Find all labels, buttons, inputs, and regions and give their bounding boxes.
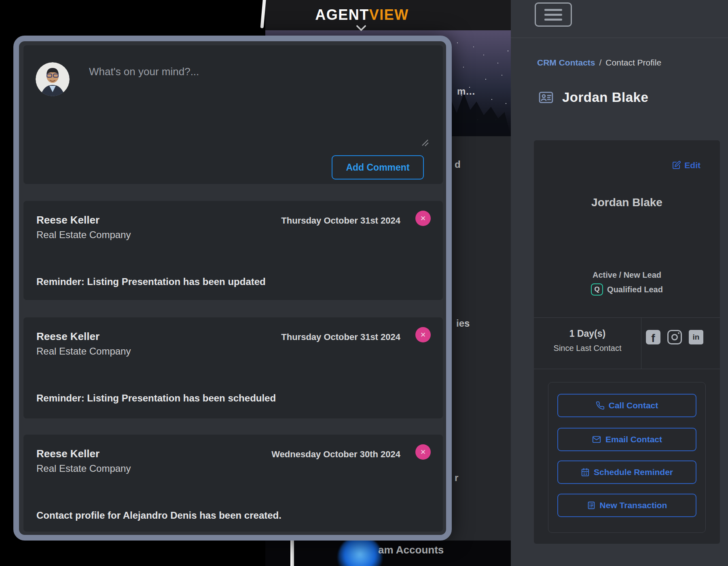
contact-card-icon <box>536 90 556 105</box>
comment-card: Reese Keller Real Estate Company Wednesd… <box>23 435 443 532</box>
app-bottom-strip: am Accounts <box>265 541 511 566</box>
envelope-icon <box>592 435 601 444</box>
background-text-fragment: d <box>455 159 461 170</box>
divider <box>641 318 641 369</box>
close-icon: ✕ <box>420 448 426 456</box>
page-title: Jordan Blake <box>562 90 648 105</box>
comment-body: Reminder: Listing Presentation has been … <box>36 276 266 287</box>
facebook-icon[interactable]: f <box>646 330 660 344</box>
menu-button[interactable] <box>535 2 572 27</box>
background-text-fragment: m… <box>457 86 475 97</box>
calendar-icon <box>581 468 590 477</box>
screen: AGENTVIEW m… d ies r am Accounts CRM Con… <box>0 0 728 566</box>
comment-body: Reminder: Listing Presentation has been … <box>36 393 276 404</box>
comment-card: Reese Keller Real Estate Company Thursda… <box>23 317 443 418</box>
qualified-lead-badge: Q <box>591 283 603 296</box>
close-icon: ✕ <box>420 331 426 339</box>
chevron-down-icon <box>356 25 366 32</box>
comment-composer: Add Comment <box>23 45 443 184</box>
contact-actions: Call Contact Email Contact Schedule Remi… <box>548 382 706 533</box>
comment-body: Contact profile for Alejandro Denis has … <box>36 510 281 521</box>
divider <box>511 38 728 38</box>
linkedin-icon[interactable]: in <box>689 330 703 344</box>
transaction-list-icon <box>587 501 596 510</box>
logo-agent-text: AGENT <box>315 6 369 23</box>
comment-company: Real Estate Company <box>36 463 131 474</box>
add-comment-button[interactable]: Add Comment <box>332 155 424 180</box>
comment-company: Real Estate Company <box>36 229 131 241</box>
background-text-fragment: ies <box>456 318 470 329</box>
qualified-lead-label: Qualified Lead <box>607 285 663 294</box>
email-contact-button[interactable]: Email Contact <box>557 428 696 451</box>
breadcrumb-contact-profile: Contact Profile <box>605 58 661 67</box>
breadcrumb: CRM Contacts/Contact Profile <box>537 58 661 68</box>
edit-icon <box>671 161 681 170</box>
app-header: AGENTVIEW <box>259 0 511 30</box>
delete-comment-button[interactable]: ✕ <box>415 327 431 342</box>
contact-summary-card: Edit Jordan Blake Active / New Lead Q Qu… <box>534 140 720 544</box>
breadcrumb-separator: / <box>599 58 602 67</box>
comments-modal: Add Comment Reese Keller Real Estate Com… <box>13 36 452 541</box>
comment-date: Thursday October 31st 2024 <box>281 215 400 226</box>
agentview-logo: AGENTVIEW <box>315 6 409 23</box>
background-text-fragment: am Accounts <box>378 544 444 556</box>
delete-comment-button[interactable]: ✕ <box>415 211 431 226</box>
contact-name: Jordan Blake <box>534 196 720 209</box>
days-since-contact-caption: Since Last Contact <box>534 344 641 353</box>
new-transaction-button[interactable]: New Transaction <box>557 494 696 517</box>
logo-view-text: VIEW <box>369 6 409 23</box>
qualified-lead-row: Q Qualified Lead <box>534 283 720 296</box>
contact-status: Active / New Lead <box>534 270 720 280</box>
frame-edge-line <box>290 541 294 566</box>
comment-date: Wednesday October 30th 2024 <box>271 449 400 460</box>
days-since-contact-value: 1 Day(s) <box>534 328 641 339</box>
schedule-reminder-button[interactable]: Schedule Reminder <box>557 460 696 484</box>
comment-card: Reese Keller Real Estate Company Thursda… <box>23 201 443 300</box>
hamburger-icon <box>544 9 562 11</box>
user-avatar <box>36 62 70 96</box>
edit-button[interactable]: Edit <box>671 161 700 170</box>
comment-author: Reese Keller <box>36 330 99 343</box>
phone-icon <box>596 401 605 410</box>
comment-input[interactable] <box>88 65 424 166</box>
comment-date: Thursday October 31st 2024 <box>281 332 400 342</box>
background-text-fragment: r <box>455 472 458 484</box>
social-links: f in <box>646 330 703 344</box>
resize-handle[interactable] <box>421 138 430 147</box>
stats-band: 1 Day(s) Since Last Contact f in <box>534 317 720 369</box>
comment-author: Reese Keller <box>36 214 99 226</box>
close-icon: ✕ <box>420 214 426 223</box>
delete-comment-button[interactable]: ✕ <box>415 444 431 460</box>
contact-profile-panel: CRM Contacts/Contact Profile Jordan Blak… <box>511 0 728 566</box>
edit-label: Edit <box>684 161 700 170</box>
comment-company: Real Estate Company <box>36 346 131 357</box>
breadcrumb-crm-contacts[interactable]: CRM Contacts <box>537 58 595 67</box>
instagram-icon[interactable] <box>667 330 682 344</box>
page-header: Jordan Blake <box>536 90 648 105</box>
comment-author: Reese Keller <box>36 448 99 460</box>
call-contact-button[interactable]: Call Contact <box>557 394 696 417</box>
